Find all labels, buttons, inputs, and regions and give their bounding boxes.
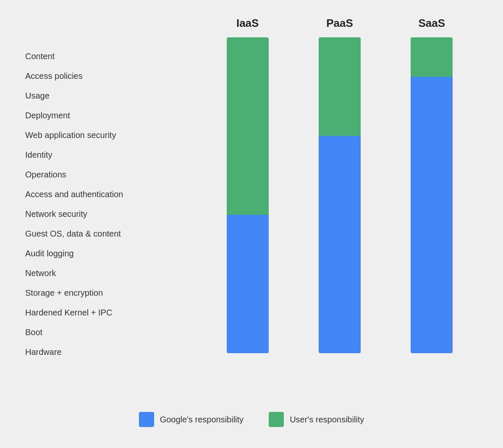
paas-header: PaaS [326,17,353,30]
labels-column: Content Access policies Usage Deployment… [25,17,202,362]
saas-header: SaaS [419,17,445,30]
label-identity: Identity [25,145,202,164]
label-storage-encryption: Storage + encryption [25,283,202,302]
label-network: Network [25,263,202,283]
label-network-security: Network security [25,204,202,224]
chart-container: Content Access policies Usage Deployment… [0,0,503,448]
paas-column: PaaS [314,17,365,353]
legend: Google's responsibility User's responsib… [139,412,364,431]
saas-blue-segment [411,77,453,353]
iaas-header: IaaS [236,17,259,30]
label-web-app-security: Web application security [25,125,202,145]
label-access-policies: Access policies [25,66,202,86]
paas-blue-segment [319,136,361,353]
bars-area: IaaS PaaS SaaS [202,17,478,353]
label-hardware: Hardware [25,342,202,362]
chart-area: Content Access policies Usage Deployment… [25,17,478,399]
google-legend-label: Google's responsibility [160,415,244,425]
label-operations: Operations [25,164,202,184]
saas-bar [411,37,453,353]
label-deployment: Deployment [25,105,202,125]
label-content: Content [25,46,202,66]
paas-green-segment [319,37,361,136]
saas-column: SaaS [406,17,457,353]
label-boot: Boot [25,322,202,342]
user-legend-label: User's responsibility [290,415,364,425]
iaas-blue-segment [227,215,269,353]
iaas-green-segment [227,37,269,215]
label-usage: Usage [25,86,202,105]
label-guest-os: Guest OS, data & content [25,224,202,243]
iaas-bar [227,37,269,353]
user-swatch [269,412,284,427]
label-access-auth: Access and authentication [25,184,202,204]
paas-bar [319,37,361,353]
google-swatch [139,412,154,427]
iaas-column: IaaS [223,17,273,353]
label-hardened-kernel: Hardened Kernel + IPC [25,302,202,322]
saas-green-segment [411,37,453,77]
legend-user: User's responsibility [269,412,364,427]
legend-google: Google's responsibility [139,412,244,427]
label-audit-logging: Audit logging [25,243,202,263]
